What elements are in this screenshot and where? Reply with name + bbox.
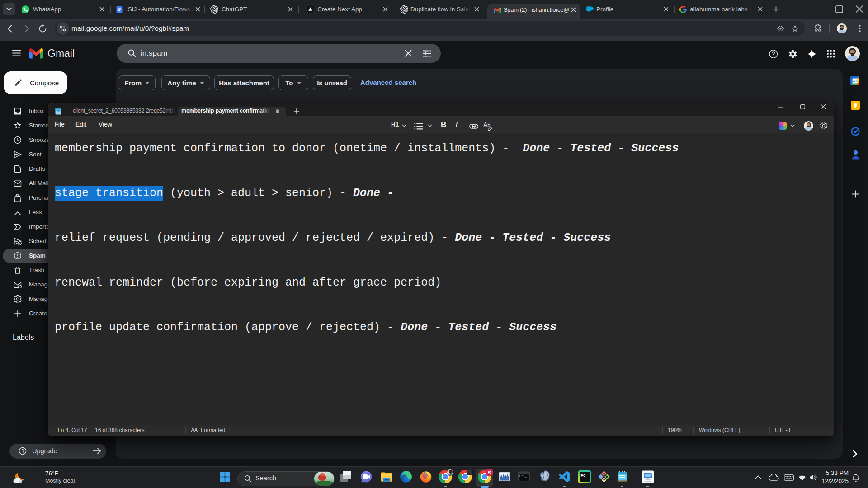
svg-text:C:\_: C:\_	[519, 475, 527, 478]
svg-text:TaskPro: TaskPro	[645, 480, 651, 483]
svg-text:PC: PC	[581, 474, 586, 478]
svg-text:31: 31	[853, 79, 857, 83]
